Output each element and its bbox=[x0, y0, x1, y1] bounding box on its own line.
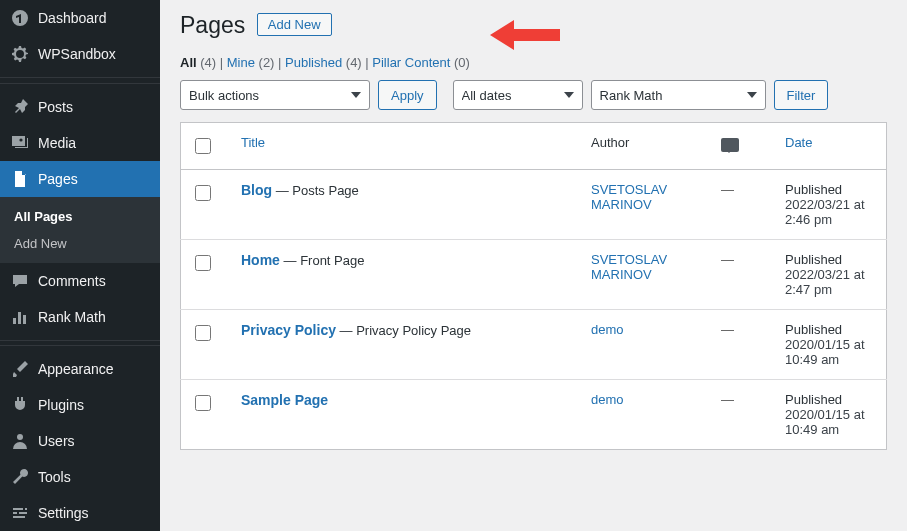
row-author-link[interactable]: SVETOSLAV MARINOV bbox=[591, 252, 667, 282]
submenu-all-pages[interactable]: All Pages bbox=[0, 203, 160, 230]
row-title-link[interactable]: Sample Page bbox=[241, 392, 328, 408]
gear-icon bbox=[10, 44, 30, 64]
sidebar-item-label: Comments bbox=[38, 273, 106, 289]
col-author: Author bbox=[581, 123, 711, 170]
sidebar-item-label: Posts bbox=[38, 99, 73, 115]
dates-select[interactable]: All dates bbox=[453, 80, 583, 110]
wrench-icon bbox=[10, 467, 30, 487]
sliders-icon bbox=[10, 503, 30, 523]
sidebar-item-label: Dashboard bbox=[38, 10, 107, 26]
row-pub-date: 2022/03/21 at 2:47 pm bbox=[785, 267, 865, 297]
page-icon bbox=[10, 169, 30, 189]
pages-table: Title Author Date Blog — Posts Page SVET… bbox=[180, 122, 887, 450]
sidebar-item-pages[interactable]: Pages bbox=[0, 161, 160, 197]
filter-pillar[interactable]: Pillar Content bbox=[372, 55, 450, 70]
row-title-link[interactable]: Home bbox=[241, 252, 280, 268]
svg-point-1 bbox=[17, 434, 23, 440]
col-date[interactable]: Date bbox=[785, 135, 812, 150]
row-title-link[interactable]: Privacy Policy bbox=[241, 322, 336, 338]
row-title-link[interactable]: Blog bbox=[241, 182, 272, 198]
dashboard-icon bbox=[10, 8, 30, 28]
sidebar-item-label: WPSandbox bbox=[38, 46, 116, 62]
filter-published[interactable]: Published bbox=[285, 55, 342, 70]
admin-sidebar: Dashboard WPSandbox Posts Media Pages Al… bbox=[0, 0, 160, 531]
svg-point-0 bbox=[19, 138, 22, 141]
row-checkbox[interactable] bbox=[195, 395, 211, 411]
row-pub-state: Published bbox=[785, 252, 876, 267]
row-author-link[interactable]: demo bbox=[591, 322, 624, 337]
sidebar-item-wpsandbox[interactable]: WPSandbox bbox=[0, 36, 160, 72]
annotation-arrow-icon bbox=[490, 18, 560, 52]
add-new-button[interactable]: Add New bbox=[257, 13, 332, 36]
row-state: — Posts Page bbox=[272, 183, 359, 198]
filter-mine[interactable]: Mine bbox=[227, 55, 255, 70]
sidebar-item-users[interactable]: Users bbox=[0, 423, 160, 459]
bulk-actions-select[interactable]: Bulk actions bbox=[180, 80, 370, 110]
filter-all[interactable]: All bbox=[180, 55, 197, 70]
row-comments: — bbox=[711, 170, 775, 240]
table-row: Home — Front Page SVETOSLAV MARINOV — Pu… bbox=[181, 240, 887, 310]
row-pub-date: 2020/01/15 at 10:49 am bbox=[785, 337, 865, 367]
sidebar-item-label: Plugins bbox=[38, 397, 84, 413]
sidebar-item-label: Media bbox=[38, 135, 76, 151]
rankmath-select[interactable]: Rank Math bbox=[591, 80, 766, 110]
chart-icon bbox=[10, 307, 30, 327]
sidebar-item-comments[interactable]: Comments bbox=[0, 263, 160, 299]
sidebar-item-settings[interactable]: Settings bbox=[0, 495, 160, 531]
apply-button[interactable]: Apply bbox=[378, 80, 437, 110]
sidebar-item-label: Tools bbox=[38, 469, 71, 485]
table-row: Sample Page demo — Published2020/01/15 a… bbox=[181, 380, 887, 450]
sidebar-item-media[interactable]: Media bbox=[0, 125, 160, 161]
row-checkbox[interactable] bbox=[195, 325, 211, 341]
row-pub-date: 2022/03/21 at 2:46 pm bbox=[785, 197, 865, 227]
sidebar-item-label: Rank Math bbox=[38, 309, 106, 325]
sidebar-item-tools[interactable]: Tools bbox=[0, 459, 160, 495]
user-icon bbox=[10, 431, 30, 451]
row-author-link[interactable]: demo bbox=[591, 392, 624, 407]
row-state: — Front Page bbox=[280, 253, 365, 268]
tablenav: Bulk actions Apply All dates Rank Math F… bbox=[180, 80, 887, 110]
col-title[interactable]: Title bbox=[241, 135, 265, 150]
row-comments: — bbox=[711, 380, 775, 450]
sidebar-item-rankmath[interactable]: Rank Math bbox=[0, 299, 160, 335]
filter-button[interactable]: Filter bbox=[774, 80, 829, 110]
sidebar-item-label: Users bbox=[38, 433, 75, 449]
sidebar-item-dashboard[interactable]: Dashboard bbox=[0, 0, 160, 36]
sidebar-item-plugins[interactable]: Plugins bbox=[0, 387, 160, 423]
row-comments: — bbox=[711, 240, 775, 310]
comment-icon bbox=[10, 271, 30, 291]
table-row: Privacy Policy — Privacy Policy Page dem… bbox=[181, 310, 887, 380]
sidebar-item-appearance[interactable]: Appearance bbox=[0, 351, 160, 387]
pin-icon bbox=[10, 97, 30, 117]
row-pub-date: 2020/01/15 at 10:49 am bbox=[785, 407, 865, 437]
page-title: Pages bbox=[180, 12, 245, 39]
status-filters: All (4) | Mine (2) | Published (4) | Pil… bbox=[180, 55, 887, 70]
media-icon bbox=[10, 133, 30, 153]
comments-icon bbox=[721, 138, 739, 152]
sidebar-item-label: Appearance bbox=[38, 361, 114, 377]
brush-icon bbox=[10, 359, 30, 379]
row-author-link[interactable]: SVETOSLAV MARINOV bbox=[591, 182, 667, 212]
plug-icon bbox=[10, 395, 30, 415]
row-pub-state: Published bbox=[785, 392, 876, 407]
row-checkbox[interactable] bbox=[195, 185, 211, 201]
sidebar-item-label: Settings bbox=[38, 505, 89, 521]
sidebar-item-label: Pages bbox=[38, 171, 78, 187]
row-comments: — bbox=[711, 310, 775, 380]
row-state: — Privacy Policy Page bbox=[336, 323, 471, 338]
sidebar-submenu: All Pages Add New bbox=[0, 197, 160, 263]
row-checkbox[interactable] bbox=[195, 255, 211, 271]
main-content: Pages Add New All (4) | Mine (2) | Publi… bbox=[160, 0, 907, 531]
row-pub-state: Published bbox=[785, 182, 876, 197]
select-all-checkbox[interactable] bbox=[195, 138, 211, 154]
table-row: Blog — Posts Page SVETOSLAV MARINOV — Pu… bbox=[181, 170, 887, 240]
row-pub-state: Published bbox=[785, 322, 876, 337]
sidebar-item-posts[interactable]: Posts bbox=[0, 89, 160, 125]
submenu-add-new[interactable]: Add New bbox=[0, 230, 160, 257]
